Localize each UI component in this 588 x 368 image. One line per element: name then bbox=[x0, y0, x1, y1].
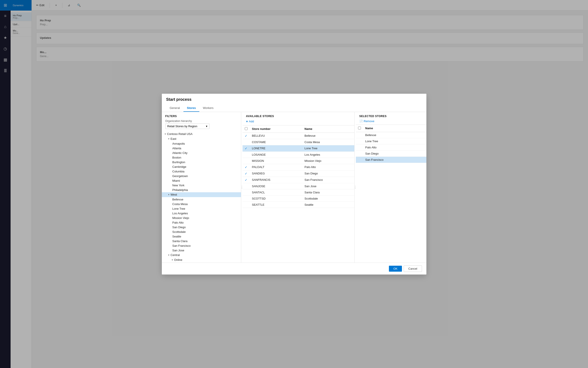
row-checkbox-cell[interactable] bbox=[356, 156, 363, 163]
row-checkbox-cell[interactable]: ✓ bbox=[242, 164, 250, 170]
row-checkbox-cell[interactable]: ✓ bbox=[242, 177, 250, 183]
tree-node-atlanta[interactable]: Atlanta bbox=[162, 146, 241, 151]
tree-node-new-york[interactable]: New York bbox=[162, 183, 241, 188]
row-checkbox-cell[interactable]: ✓ bbox=[242, 170, 250, 177]
store-name-cell: Costa Mesa bbox=[302, 139, 354, 145]
tree-node-cambridge[interactable]: Cambridge bbox=[162, 165, 241, 169]
available-stores-table: Store number Name ✓ BELLEVU Bellevue COS… bbox=[242, 125, 354, 263]
row-checkbox-cell[interactable] bbox=[242, 195, 250, 202]
tree-node-boston[interactable]: Boston bbox=[162, 155, 241, 160]
tree-label-annapolis: Annapolis bbox=[172, 142, 185, 145]
remove-button[interactable]: 📄 Remove bbox=[359, 120, 423, 123]
table-row[interactable]: San Diego bbox=[356, 150, 426, 156]
tree-node-miami[interactable]: Miami bbox=[162, 178, 241, 183]
row-checkbox-cell[interactable] bbox=[242, 189, 250, 195]
table-row[interactable]: ✓ LONETRE Lone Tree bbox=[242, 145, 354, 151]
tree-node-online[interactable]: ▾ Online bbox=[162, 258, 241, 262]
tree-node-contoso[interactable]: ▾ Contoso Retail USA bbox=[162, 132, 241, 137]
table-row[interactable]: MISSION Mission Viejo bbox=[242, 158, 354, 164]
tree-node-san-francisco[interactable]: San Francisco bbox=[162, 243, 241, 248]
table-row[interactable]: San Francisco bbox=[356, 156, 426, 163]
store-number-cell: COSTAME bbox=[250, 139, 303, 145]
col-store-number: Store number bbox=[250, 125, 303, 133]
selected-header-checkbox[interactable] bbox=[356, 125, 363, 132]
table-row[interactable]: SEATTLE Seattle bbox=[242, 202, 354, 208]
row-checkbox-cell[interactable] bbox=[242, 139, 250, 145]
select-all-checkbox[interactable] bbox=[245, 127, 248, 130]
tree-node-burlington[interactable]: Burlington bbox=[162, 160, 241, 165]
row-checkbox-cell[interactable] bbox=[356, 138, 363, 144]
tree-label-burlington: Burlington bbox=[172, 161, 185, 164]
available-panel-header: AVAILABLE STORES + Add bbox=[242, 112, 354, 125]
store-name-cell: San Diego bbox=[302, 170, 354, 177]
tab-workers[interactable]: Workers bbox=[199, 104, 217, 112]
dialog-overlay: Start process General Stores Workers FIL… bbox=[0, 0, 588, 368]
row-checkbox-cell[interactable] bbox=[242, 151, 250, 158]
table-row[interactable]: ✓ SANFRANCIS San Francisco bbox=[242, 177, 354, 183]
tree-label-san-diego: San Diego bbox=[172, 226, 186, 229]
add-label: Add bbox=[249, 120, 254, 123]
table-row[interactable]: SANTACL Santa Clara bbox=[242, 189, 354, 195]
tree-node-central[interactable]: ▾ Central bbox=[162, 253, 241, 258]
tree-node-san-diego[interactable]: San Diego bbox=[162, 225, 241, 230]
tree-node-philadelphia[interactable]: Philadelphia bbox=[162, 188, 241, 192]
central-children: ▾ Online AW online store Contoso online … bbox=[162, 258, 241, 263]
table-row[interactable]: Palo Alto bbox=[356, 144, 426, 150]
tree-node-costa-mesa[interactable]: Costa Mesa bbox=[162, 202, 241, 206]
row-checkbox-cell[interactable] bbox=[242, 183, 250, 189]
tab-general[interactable]: General bbox=[166, 104, 184, 112]
tab-stores[interactable]: Stores bbox=[184, 104, 199, 112]
tree-node-atlantic-city[interactable]: Atlantic City bbox=[162, 151, 241, 155]
row-checkbox-cell[interactable] bbox=[356, 150, 363, 156]
table-row[interactable]: SANJOSE San Jose bbox=[242, 183, 354, 189]
tree-node-lone-tree[interactable]: Lone Tree bbox=[162, 206, 241, 211]
filters-header: FILTERS Organization hierarchy Retail St… bbox=[162, 112, 241, 131]
selected-table-header: Name bbox=[356, 125, 426, 132]
col-name: Name bbox=[302, 125, 354, 133]
table-row[interactable]: SCOTTSD Scottsdale bbox=[242, 195, 354, 202]
org-hierarchy-dropdown[interactable]: Retail Stores by Region ▾ bbox=[165, 123, 210, 129]
filters-title: FILTERS bbox=[165, 115, 238, 118]
table-row[interactable]: ✓ SANDIEG San Diego bbox=[242, 170, 354, 177]
tree-node-santa-clara[interactable]: Santa Clara bbox=[162, 239, 241, 243]
selected-stores-table-container: Name Bellevue Lone Tree Palo Alto San Di… bbox=[356, 125, 426, 263]
tree-node-columbia[interactable]: Columbia bbox=[162, 169, 241, 174]
header-checkbox[interactable] bbox=[242, 125, 250, 133]
tree-label-georgetown: Georgetown bbox=[172, 175, 188, 178]
tree-node-mission-viejo[interactable]: Mission Viejo bbox=[162, 216, 241, 220]
table-row[interactable]: ✓ BELLEVU Bellevue bbox=[242, 132, 354, 139]
tree-node-georgetown[interactable]: Georgetown bbox=[162, 174, 241, 178]
row-checkbox-cell[interactable] bbox=[242, 158, 250, 164]
expand-icon-online: ▾ bbox=[171, 258, 174, 262]
table-row[interactable]: LOSANGE Los Angeles bbox=[242, 151, 354, 158]
add-icon: + bbox=[246, 120, 248, 123]
tree-node-seattle[interactable]: Seattle bbox=[162, 234, 241, 239]
tree-node-bellevue[interactable]: Bellevue bbox=[162, 197, 241, 202]
table-row[interactable]: ✓ PALOALT Palo Alto bbox=[242, 164, 354, 170]
tree-node-palo-alto[interactable]: Palo Alto bbox=[162, 220, 241, 225]
tree-label-seattle: Seattle bbox=[172, 235, 181, 238]
select-all-selected-checkbox[interactable] bbox=[358, 127, 361, 129]
row-checkbox-cell[interactable] bbox=[356, 132, 363, 138]
checkbox-checked-icon: ✓ bbox=[245, 178, 247, 182]
table-row[interactable]: Lone Tree bbox=[356, 138, 426, 144]
checkbox-checked-icon: ✓ bbox=[245, 134, 247, 138]
west-children: Bellevue Costa Mesa Lone Tree Los Angele… bbox=[162, 197, 241, 253]
tree-node-san-jose[interactable]: San Jose bbox=[162, 248, 241, 253]
store-number-cell: LONETRE bbox=[250, 145, 303, 151]
row-checkbox-cell[interactable] bbox=[242, 202, 250, 208]
tree-node-west[interactable]: ▾ West bbox=[162, 192, 241, 197]
cancel-button[interactable]: Cancel bbox=[404, 266, 422, 272]
tree-node-annapolis[interactable]: Annapolis bbox=[162, 141, 241, 146]
tree-node-scottsdale[interactable]: Scottsdale bbox=[162, 230, 241, 234]
table-row[interactable]: Bellevue bbox=[356, 132, 426, 138]
selected-panel: SELECTED STORES 📄 Remove Name bbox=[356, 112, 426, 263]
tree-node-east[interactable]: ▾ East bbox=[162, 137, 241, 141]
row-checkbox-cell[interactable]: ✓ bbox=[242, 132, 250, 139]
row-checkbox-cell[interactable]: ✓ bbox=[242, 145, 250, 151]
tree-node-los-angeles[interactable]: Los Angeles bbox=[162, 211, 241, 216]
add-stores-button[interactable]: + Add bbox=[246, 120, 351, 123]
ok-button[interactable]: OK bbox=[389, 266, 402, 272]
row-checkbox-cell[interactable] bbox=[356, 144, 363, 150]
table-row[interactable]: COSTAME Costa Mesa bbox=[242, 139, 354, 145]
